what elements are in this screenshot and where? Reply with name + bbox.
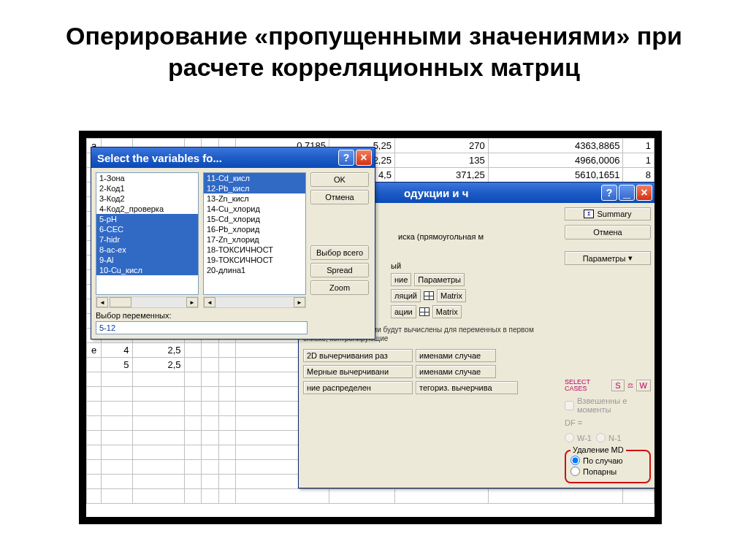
selection-field-label: Выбор переменных: <box>96 311 370 320</box>
parameters-dropdown[interactable]: Параметры▾ <box>565 251 651 265</box>
variable-list-right[interactable]: 11-Cd_кисл12-Pb_кисл13-Zn_кисл14-Cu_хлор… <box>203 172 306 295</box>
grid-icon <box>424 291 434 300</box>
list-item[interactable]: 9-Al <box>96 255 198 265</box>
list-item[interactable]: 4-Код2_проверка <box>96 204 198 214</box>
scroll-right-icon[interactable]: ► <box>294 297 305 307</box>
btn-raspred[interactable]: ние распределен <box>303 381 413 394</box>
scroll-left-icon[interactable]: ◄ <box>96 297 108 307</box>
screenshot-frame: a0,71855,252704363,88651a0,8172,25135496… <box>79 131 662 524</box>
list-item[interactable]: 6-CEC <box>96 224 198 234</box>
slide-title: Оперирование «пропущенными значениями» п… <box>0 0 748 97</box>
btn-matrix1[interactable]: Matrix <box>437 289 466 302</box>
scrollbar-right[interactable]: ◄ ► <box>203 296 306 308</box>
btn-lyaciy[interactable]: ляций <box>391 289 421 302</box>
list-item[interactable]: 13-Zn_кисл <box>204 193 305 204</box>
df-w1: W-1 <box>565 433 592 442</box>
btn-categ[interactable]: тегориз. вычерчива <box>416 381 518 394</box>
list-item[interactable]: 17-Zn_хлорид <box>204 234 305 245</box>
list-item[interactable]: 10-Cu_кисл <box>96 265 198 275</box>
weight-icon: ⚖ <box>627 382 633 389</box>
list-item[interactable]: 11-Cd_кисл <box>204 173 305 183</box>
weighted-checkbox: Взвешенны е моменты <box>565 396 651 414</box>
scroll-right-icon[interactable]: ► <box>186 297 198 307</box>
md-title: Удаление MD <box>570 445 626 454</box>
spread-button[interactable]: Spread <box>310 263 369 277</box>
list-item[interactable]: 2-Код1 <box>96 183 198 193</box>
list-item[interactable]: 7-hidr <box>96 234 198 245</box>
list-item[interactable]: 18-ТОКСИЧНОСТ <box>204 245 305 255</box>
misc-label: ый <box>391 261 401 270</box>
variable-list-left[interactable]: 1-Зона2-Код13-Код24-Код2_проверка5-pH6-C… <box>96 172 199 295</box>
list-item[interactable]: 8-ac-ex <box>96 245 198 255</box>
close-icon[interactable]: × <box>636 185 652 201</box>
zoom-button[interactable]: Zoom <box>310 280 369 295</box>
select-cases-w[interactable]: W <box>636 380 651 391</box>
select-variables-dialog: Select the variables fo... ? × 1-Зона2-К… <box>91 147 375 340</box>
scrollbar-left[interactable]: ◄ ► <box>96 296 199 308</box>
scroll-left-icon[interactable]: ◄ <box>204 297 215 307</box>
btn-nie[interactable]: ние <box>391 273 411 286</box>
btn-names2[interactable]: именами случае <box>416 365 496 378</box>
list-item[interactable]: 12-Pb_кисл <box>204 183 305 193</box>
selvar-titlebar[interactable]: Select the variables fo... ? × <box>91 147 375 168</box>
list-item[interactable]: 1-Зона <box>96 173 198 183</box>
df-label: DF = <box>565 418 651 427</box>
list-item[interactable]: 5-pH <box>96 214 198 224</box>
btn-params[interactable]: Параметры <box>414 273 465 286</box>
list-item[interactable]: 19-ТОКСИЧНОСТ <box>204 255 305 265</box>
selection-input[interactable] <box>96 321 308 334</box>
list-item[interactable]: 3-Код2 <box>96 193 198 204</box>
scroll-thumb[interactable] <box>110 297 131 307</box>
df-n1: N-1 <box>596 433 622 442</box>
list-item[interactable]: 15-Cd_хлорид <box>204 214 305 224</box>
list-item[interactable]: 14-Cu_хлорид <box>204 204 305 214</box>
btn-2d[interactable]: 2D вычерчивания раз <box>303 349 413 362</box>
btn-matrix2[interactable]: Matrix <box>432 305 462 318</box>
summary-button[interactable]: Σ Summary <box>565 207 651 220</box>
list-item[interactable]: 16-Pb_хлорид <box>204 224 305 234</box>
help-icon[interactable]: ? <box>338 150 354 166</box>
select-cases-label: SELECT CASES <box>565 379 608 392</box>
grid-icon <box>419 307 430 316</box>
chevron-down-icon: ▾ <box>628 253 633 263</box>
help-icon[interactable]: ? <box>601 185 617 201</box>
close-icon[interactable]: × <box>356 150 372 166</box>
md-deletion-group: Удаление MD По случаю Попарны <box>565 450 651 483</box>
weighted-check <box>565 401 574 410</box>
cancel-button[interactable]: Отмена <box>310 190 369 204</box>
btn-names1[interactable]: именами случае <box>416 349 496 362</box>
md-casewise[interactable]: По случаю <box>570 456 645 465</box>
cancel-button-corr[interactable]: Отмена <box>565 225 651 239</box>
select-cases-s[interactable]: S <box>611 380 624 391</box>
ok-button[interactable]: OK <box>310 172 369 187</box>
selvar-title: Select the variables fo... <box>94 152 337 164</box>
btn-acii[interactable]: ации <box>391 305 416 318</box>
minimize-icon[interactable]: _ <box>619 185 635 201</box>
md-pairwise[interactable]: Попарны <box>570 467 645 476</box>
btn-mern[interactable]: Мерные вычерчивани <box>303 365 413 378</box>
summ-icon: Σ <box>584 210 594 218</box>
select-all-button[interactable]: Выбор всего <box>310 245 369 260</box>
list-item[interactable]: 20-длина1 <box>204 265 305 275</box>
